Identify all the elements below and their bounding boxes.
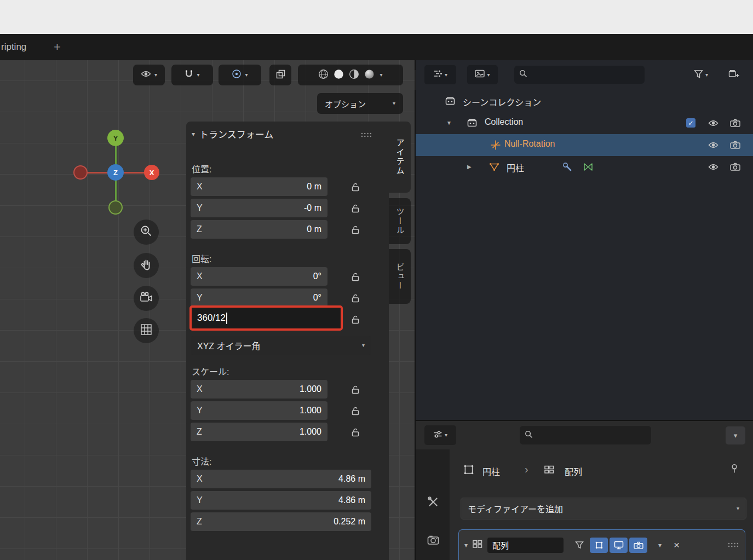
outliner-row-cylinder[interactable]: ▶ 円柱	[416, 156, 753, 178]
sidebar-tab-view[interactable]: ビュー	[389, 249, 411, 304]
scale-z-field[interactable]: Z1.000	[191, 423, 327, 441]
shading-wireframe-icon[interactable]	[318, 69, 329, 82]
geometry-nodes-icon[interactable]	[583, 163, 593, 174]
breadcrumb-modifier[interactable]: 配列	[565, 465, 582, 478]
expand-triangle-icon[interactable]: ▼	[446, 120, 452, 126]
rotation-y-field[interactable]: Y0°	[191, 288, 327, 307]
new-collection-icon	[728, 69, 739, 80]
properties-options-button[interactable]: ▾	[726, 426, 745, 444]
render-camera-icon[interactable]	[730, 119, 740, 129]
viewport-options-dropdown[interactable]: オプション ▾	[317, 93, 403, 114]
panel-header[interactable]: ▾ トランスフォーム	[192, 127, 273, 141]
field-value: 0°	[313, 293, 321, 303]
toggle-realtime-button[interactable]	[610, 538, 628, 553]
shading-rendered-icon[interactable]	[364, 69, 375, 82]
axis-label: X	[197, 474, 203, 484]
properties-display-mode-button[interactable]: ▾	[424, 425, 456, 445]
panel-collapse-icon[interactable]: ▾	[464, 542, 468, 549]
delete-modifier-button[interactable]: ×	[674, 540, 680, 550]
axis-x-positive-button[interactable]: X	[144, 165, 159, 180]
dimensions-z-field[interactable]: Z0.252 m	[191, 512, 371, 531]
dimensions-x-field[interactable]: X4.86 m	[191, 470, 371, 488]
location-y-field[interactable]: Y-0 m	[191, 199, 327, 217]
empty-axes-icon	[490, 140, 501, 153]
viewport-proportional-editing-button[interactable]: ▾	[219, 65, 261, 85]
outliner-filter-button[interactable]: ▾	[684, 65, 718, 84]
location-z-field[interactable]: Z0 m	[191, 220, 327, 239]
sidebar-tab-tool[interactable]: ツール	[389, 198, 411, 244]
properties-tab-render[interactable]	[427, 534, 440, 547]
outliner-display-mode-button[interactable]: ▾	[424, 65, 456, 84]
modifier-wrench-icon[interactable]	[562, 162, 572, 174]
lock-scale-y-button[interactable]	[349, 405, 361, 417]
viewport-snapping-button[interactable]: ▾	[171, 65, 213, 85]
axis-y-negative-button[interactable]	[108, 200, 123, 215]
collection-checkbox[interactable]: ✓	[686, 118, 695, 128]
outliner-row-collection[interactable]: ▼ Collection ✓	[416, 112, 753, 134]
panel-grip-icon[interactable]	[360, 130, 372, 140]
add-modifier-button[interactable]: モディファイアーを追加 ▾	[461, 498, 746, 519]
movie-camera-icon	[140, 292, 153, 305]
lock-location-y-button[interactable]	[349, 202, 361, 214]
hide-eye-icon[interactable]	[708, 119, 718, 129]
hide-eye-icon[interactable]	[708, 163, 718, 173]
scale-x-field[interactable]: X1.000	[191, 380, 327, 399]
sidebar-tab-item[interactable]: アイテム	[389, 122, 411, 193]
toggle-on-cage-button[interactable]	[590, 538, 608, 553]
properties-tab-tool[interactable]	[427, 495, 440, 509]
viewport-xray-toggle[interactable]	[269, 65, 291, 85]
lock-location-x-button[interactable]	[349, 181, 361, 193]
shading-material-icon[interactable]	[349, 69, 359, 82]
rotation-x-field[interactable]: X0°	[191, 267, 327, 286]
orthographic-grid-button[interactable]	[134, 318, 159, 343]
properties-search-input[interactable]	[537, 430, 646, 441]
3d-viewport[interactable]: ▾ ▾ ▾ ▾ オプション ▾ Y	[0, 60, 415, 560]
dimensions-y-field[interactable]: Y4.86 m	[191, 491, 371, 510]
zoom-button[interactable]	[134, 220, 159, 245]
shading-solid-icon[interactable]	[334, 69, 344, 82]
toggle-render-button[interactable]	[629, 538, 647, 553]
pin-icon[interactable]	[730, 464, 739, 476]
axis-x-negative-button[interactable]	[73, 165, 88, 180]
axis-z-positive-button[interactable]: Z	[107, 164, 124, 181]
camera-view-button[interactable]	[134, 286, 159, 311]
breadcrumb-separator-icon: ›	[525, 463, 528, 476]
rotation-mode-value: XYZ オイラー角	[197, 339, 261, 352]
lock-rotation-z-button[interactable]	[349, 313, 361, 325]
field-value: 0 m	[307, 182, 321, 192]
rotation-mode-dropdown[interactable]: XYZ オイラー角 ▾	[191, 336, 371, 355]
visibility-eye-icon	[141, 70, 151, 80]
viewport-gizmos-button[interactable]: ▾	[133, 65, 165, 85]
axis-label: Y	[197, 293, 203, 303]
array-modifier-panel: ▾ 配列 ▾ ×	[458, 529, 745, 560]
collection-icon	[467, 119, 477, 129]
location-x-field[interactable]: X0 m	[191, 177, 327, 196]
render-camera-icon[interactable]	[730, 163, 740, 173]
add-workspace-button[interactable]: +	[54, 34, 61, 60]
modifier-name-field[interactable]: 配列	[487, 538, 564, 553]
axis-label: Y	[197, 203, 203, 213]
scale-y-field[interactable]: Y1.000	[191, 401, 327, 420]
modifier-grip-icon[interactable]	[727, 540, 739, 550]
lock-scale-z-button[interactable]	[349, 426, 361, 438]
expand-triangle-icon[interactable]: ▶	[467, 164, 472, 170]
render-camera-icon[interactable]	[730, 141, 740, 151]
lock-rotation-x-button[interactable]	[349, 270, 361, 282]
lock-scale-x-button[interactable]	[349, 383, 361, 395]
outliner-search-input[interactable]	[531, 70, 640, 80]
toggle-edit-mode-button[interactable]	[570, 538, 588, 553]
workspace-tab-scripting-partial[interactable]: ripting	[1, 34, 26, 60]
axis-y-positive-button[interactable]: Y	[107, 130, 124, 146]
outliner-row-null-rotation[interactable]: Null-Rotation	[416, 134, 753, 156]
rotation-z-edit-field[interactable]: 360/12	[189, 305, 343, 331]
modifier-extras-button[interactable]: ▾	[658, 542, 662, 549]
lock-location-z-button[interactable]	[349, 223, 361, 235]
breadcrumb-object[interactable]: 円柱	[482, 465, 500, 478]
pan-button[interactable]	[134, 253, 159, 278]
transform-panel: ▾ トランスフォーム 位置: X0 m Y-0 m Z0 m 回転: X0° Y…	[186, 122, 389, 560]
outliner-row-scene-collection[interactable]: シーンコレクション	[416, 90, 753, 112]
hide-eye-icon[interactable]	[708, 141, 718, 151]
new-collection-button[interactable]	[722, 65, 745, 84]
lock-rotation-y-button[interactable]	[349, 292, 361, 304]
outliner-id-filter-button[interactable]: ▾	[467, 65, 498, 84]
